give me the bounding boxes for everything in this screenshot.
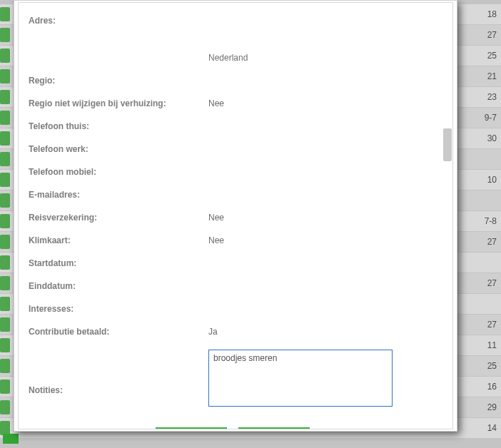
bg-row-badge (0, 111, 10, 125)
modal-inner: Adres: Nederland Regio: Regio niet wijzi… (18, 2, 453, 429)
bg-row-badge (0, 380, 10, 394)
bg-row-number: 9-7 (485, 113, 497, 123)
label-tel-werk: Telefoon werk: (29, 144, 208, 154)
bg-row-badge (0, 28, 10, 42)
bg-row-badge (0, 90, 10, 104)
bg-row-badge (0, 359, 10, 373)
value-contrib: Ja (208, 327, 437, 337)
notities-textarea[interactable] (208, 350, 393, 407)
value-klim: Nee (208, 235, 437, 245)
bg-row-number: 21 (487, 71, 497, 81)
label-reis: Reisverzekering: (29, 213, 208, 223)
bg-row-badge (0, 235, 10, 249)
label-start: Startdatum: (29, 258, 208, 268)
modal-dialog: Adres: Nederland Regio: Regio niet wijzi… (14, 0, 457, 432)
bg-row-badge (0, 214, 10, 228)
bg-row-number: 27 (487, 320, 497, 330)
scrollbar-thumb[interactable] (443, 128, 452, 161)
scrollbar-track[interactable] (442, 3, 452, 429)
label-contrib: Contributie betaald: (29, 327, 208, 337)
bg-row-badge (0, 297, 10, 311)
back-button[interactable]: Terug (238, 427, 310, 429)
adres-line3: Nederland (208, 53, 437, 64)
form-content: Adres: Nederland Regio: Regio niet wijzi… (19, 3, 452, 429)
bg-row-number: 14 (487, 423, 497, 433)
bg-row-badge (0, 131, 10, 146)
value-adres: Nederland (208, 16, 437, 64)
value-regio-lock: Nee (208, 98, 437, 108)
label-eind: Einddatum: (29, 281, 208, 291)
label-klim: Klimkaart: (29, 235, 208, 245)
label-email: E-mailadres: (29, 190, 208, 200)
bg-row-badge (0, 173, 10, 187)
bg-row-number: 25 (487, 361, 497, 371)
adres-line2 (208, 34, 437, 46)
bg-row-number: 30 (487, 133, 497, 143)
bg-row-badge (0, 7, 10, 21)
bg-row-badge (0, 49, 10, 63)
label-interesses: Interesses: (29, 304, 208, 314)
bg-row-number: 16 (487, 382, 497, 392)
bg-button (3, 434, 19, 444)
label-regio: Regio: (29, 76, 208, 86)
label-regio-lock: Regio niet wijzigen bij verhuizing: (29, 98, 208, 108)
bg-row-number: 27 (487, 278, 497, 288)
label-adres: Adres: (29, 16, 208, 26)
bg-row-number: 27 (487, 30, 497, 40)
value-reis: Nee (208, 213, 437, 223)
label-tel-mobiel: Telefoon mobiel: (29, 167, 208, 177)
bg-row-number: 18 (487, 9, 497, 19)
label-tel-thuis: Telefoon thuis: (29, 121, 208, 131)
bg-row-badge (0, 152, 10, 166)
bg-row-badge (0, 338, 10, 352)
bg-row-number: 29 (487, 402, 497, 412)
bg-row-number: 7-8 (485, 216, 497, 226)
bg-row-number: 11 (487, 340, 497, 350)
bg-row-number: 23 (487, 92, 497, 102)
adres-line1 (208, 16, 437, 27)
save-button[interactable]: Opslaan (156, 427, 227, 429)
bg-row-badge (0, 317, 10, 332)
bg-row-badge (0, 421, 10, 435)
bg-row-badge (0, 193, 10, 208)
label-notities: Notities: (29, 364, 208, 395)
bg-row-number: 10 (487, 175, 497, 185)
bg-row-badge (0, 276, 10, 290)
bg-row-number: 27 (487, 237, 497, 247)
bg-row-badge (0, 255, 10, 270)
bg-row-number: 25 (487, 51, 497, 61)
bg-row-badge (0, 400, 10, 414)
bg-row-badge (0, 69, 10, 83)
